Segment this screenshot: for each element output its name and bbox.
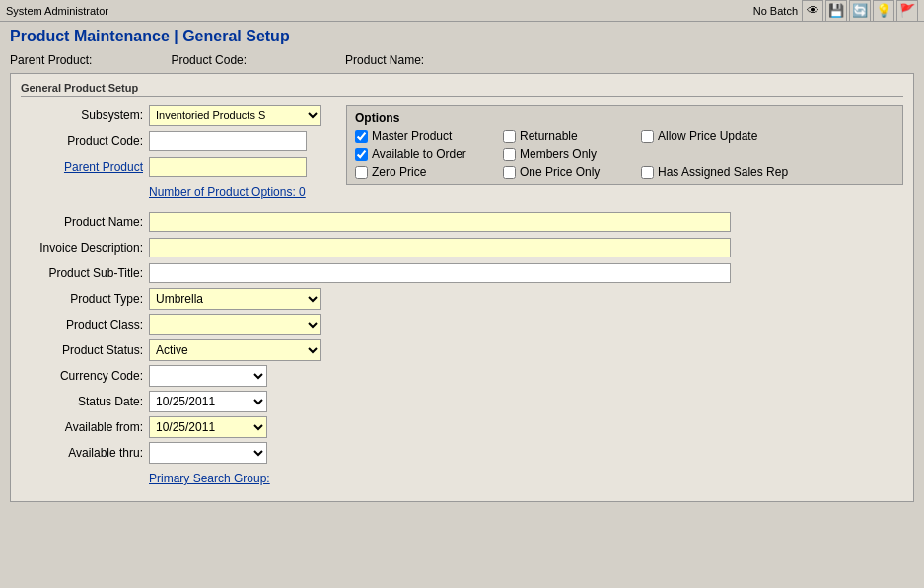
product-subtitle-input[interactable]: [149, 263, 731, 283]
product-type-label: Product Type:: [21, 292, 149, 306]
toolbar-icons: 👁 💾 🔄 💡 🚩: [802, 0, 918, 22]
option-zero-price: Zero Price: [355, 165, 503, 179]
available-from-row: Available from: 10/25/2011: [21, 416, 903, 438]
invoice-desc-row: Invoice Description:: [21, 237, 903, 258]
members-only-label: Members Only: [520, 147, 597, 161]
has-assigned-sales-rep-checkbox[interactable]: [641, 166, 654, 179]
product-class-select[interactable]: [149, 314, 321, 335]
save-icon[interactable]: 💾: [825, 0, 847, 22]
product-type-select[interactable]: Umbrella Standard Kit: [149, 288, 321, 310]
product-name-label: Product Name:: [21, 215, 149, 229]
main-panel: General Product Setup Subsystem: Invento…: [10, 73, 914, 502]
parent-product-row: Parent Product: [21, 156, 336, 178]
batch-info: No Batch: [753, 5, 798, 17]
parent-product-link[interactable]: Parent Product: [21, 160, 149, 174]
one-price-only-label: One Price Only: [520, 165, 600, 179]
zero-price-checkbox[interactable]: [355, 166, 368, 179]
available-to-order-label: Available to Order: [372, 147, 466, 161]
product-subtitle-label: Product Sub-Title:: [21, 266, 149, 280]
zero-price-label: Zero Price: [372, 165, 426, 179]
invoice-desc-label: Invoice Description:: [21, 241, 149, 255]
returnable-label: Returnable: [520, 129, 578, 143]
primary-search-group-row: Primary Search Group:: [21, 468, 903, 489]
eye-icon[interactable]: 👁: [802, 0, 823, 22]
option-members-only: Members Only: [503, 147, 641, 161]
subsystem-row: Subsystem: Inventoried Products S: [21, 105, 336, 126]
option-master-product: Master Product: [355, 129, 503, 143]
parent-product-input[interactable]: [149, 157, 307, 177]
status-date-select[interactable]: 10/25/2011: [149, 391, 267, 412]
options-box: Options Master Product Returnable: [346, 105, 903, 185]
status-date-label: Status Date:: [21, 395, 149, 408]
system-info: System Administrator: [6, 5, 108, 17]
status-date-row: Status Date: 10/25/2011: [21, 391, 903, 412]
product-name-row: Product Name:: [21, 211, 903, 233]
parent-product-header-label: Parent Product:: [10, 53, 92, 67]
option-placeholder-1: [641, 147, 799, 161]
left-column: Subsystem: Inventoried Products S Produc…: [21, 105, 336, 207]
product-type-row: Product Type: Umbrella Standard Kit: [21, 288, 903, 310]
available-thru-label: Available thru:: [21, 446, 149, 460]
options-title: Options: [355, 111, 894, 125]
refresh-icon[interactable]: 🔄: [849, 0, 871, 22]
currency-code-select[interactable]: [149, 365, 267, 387]
product-code-header-label: Product Code:: [171, 53, 247, 67]
available-thru-row: Available thru:: [21, 442, 903, 464]
option-has-sales-rep: Has Assigned Sales Rep: [641, 165, 799, 179]
returnable-checkbox[interactable]: [503, 130, 516, 143]
header-row: Parent Product: Product Code: Product Na…: [10, 53, 914, 67]
option-available-to-order: Available to Order: [355, 147, 503, 161]
product-class-label: Product Class:: [21, 318, 149, 331]
allow-price-update-checkbox[interactable]: [641, 130, 654, 143]
product-subtitle-row: Product Sub-Title:: [21, 262, 903, 284]
product-code-label: Product Code:: [21, 134, 149, 148]
available-thru-select[interactable]: [149, 442, 267, 464]
bulb-icon[interactable]: 💡: [873, 0, 894, 22]
available-to-order-checkbox[interactable]: [355, 148, 368, 161]
subsystem-label: Subsystem:: [21, 109, 149, 122]
num-options-link[interactable]: Number of Product Options: 0: [149, 185, 306, 199]
product-details-section: Product Name: Invoice Description: Produ…: [21, 211, 903, 489]
options-grid: Master Product Returnable Allow Price Up…: [355, 129, 894, 179]
flag-icon[interactable]: 🚩: [896, 0, 918, 22]
options-section: Options Master Product Returnable: [346, 105, 903, 207]
members-only-checkbox[interactable]: [503, 148, 516, 161]
top-bar: System Administrator No Batch 👁 💾 🔄 💡 🚩: [0, 0, 924, 22]
currency-code-row: Currency Code:: [21, 365, 903, 387]
option-allow-price-update: Allow Price Update: [641, 129, 799, 143]
available-from-select[interactable]: 10/25/2011: [149, 416, 267, 438]
section-title: General Product Setup: [21, 82, 903, 97]
available-from-label: Available from:: [21, 420, 149, 434]
product-code-row: Product Code:: [21, 130, 336, 152]
one-price-only-checkbox[interactable]: [503, 166, 516, 179]
primary-search-group-link[interactable]: Primary Search Group:: [149, 472, 270, 485]
subsystem-select[interactable]: Inventoried Products S: [149, 105, 321, 126]
master-product-label: Master Product: [372, 129, 452, 143]
page-title: Product Maintenance | General Setup: [0, 22, 924, 49]
product-status-select[interactable]: Active Inactive Discontinued: [149, 339, 321, 361]
master-product-checkbox[interactable]: [355, 130, 368, 143]
product-name-header-label: Product Name:: [345, 53, 424, 67]
option-returnable: Returnable: [503, 129, 641, 143]
has-assigned-sales-rep-label: Has Assigned Sales Rep: [658, 165, 788, 179]
product-status-row: Product Status: Active Inactive Disconti…: [21, 339, 903, 361]
allow-price-update-label: Allow Price Update: [658, 129, 757, 143]
product-class-row: Product Class:: [21, 314, 903, 335]
option-one-price-only: One Price Only: [503, 165, 641, 179]
currency-code-label: Currency Code:: [21, 369, 149, 383]
product-status-label: Product Status:: [21, 343, 149, 357]
invoice-desc-input[interactable]: [149, 238, 731, 257]
product-name-input[interactable]: [149, 212, 731, 232]
num-options-row: Number of Product Options: 0: [21, 182, 336, 203]
product-code-input[interactable]: [149, 131, 307, 151]
